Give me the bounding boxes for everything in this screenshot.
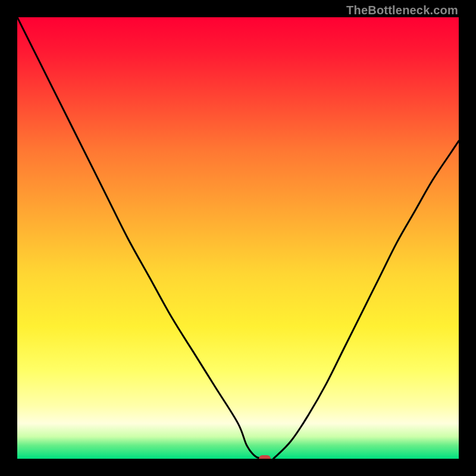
- curve-right-branch: [273, 141, 459, 459]
- curve-left-branch: [17, 17, 265, 459]
- attribution-text: TheBottleneck.com: [346, 4, 458, 17]
- optimal-point-marker: [259, 455, 271, 459]
- chart-plot-area: [17, 17, 459, 459]
- bottleneck-curve: [17, 17, 459, 459]
